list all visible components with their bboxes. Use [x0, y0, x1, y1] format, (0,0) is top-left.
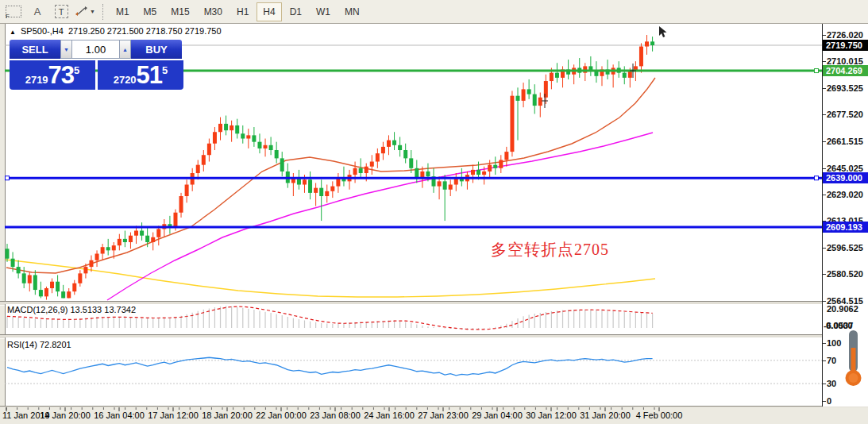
timeframe-group: M1M5M15M30H1H4D1W1MN — [109, 2, 367, 21]
cycle-arrows-button[interactable]: ▼ — [75, 2, 96, 21]
sell-price-big: 73 — [48, 62, 74, 89]
buy-price-prefix: 2720 — [114, 74, 137, 86]
price-axis-label: 2726.020 — [827, 30, 863, 40]
time-axis-label: 4 Feb 00:00 — [636, 411, 683, 420]
axis-tick — [823, 274, 826, 275]
rsi-scale-label: 0 — [827, 396, 831, 406]
time-axis-label: 22 Jan 00:00 — [256, 411, 307, 420]
sell-button[interactable]: SELL — [10, 40, 60, 59]
price-axis-label: 2661.515 — [827, 137, 863, 146]
time-axis-label: 27 Jan 23:00 — [418, 411, 469, 420]
time-axis-label: 23 Jan 08:00 — [310, 411, 361, 420]
axis-tick — [823, 248, 826, 249]
timeframe-button-H4[interactable]: H4 — [257, 2, 281, 21]
volume-decrease-button[interactable]: ▼ — [60, 40, 72, 59]
buy-price-big: 51 — [137, 62, 162, 89]
time-axis-label: 16 Jan 04:00 — [94, 411, 145, 420]
axis-tick — [823, 401, 826, 402]
time-axis-label: 14 Jan 20:00 — [40, 411, 91, 420]
macd-label: MACD(12,26,9) 13.5133 13.7342 — [7, 305, 136, 314]
axis-tick — [823, 88, 826, 89]
text-label-icon: A — [34, 6, 41, 17]
text-box-button[interactable]: T — [51, 2, 71, 21]
time-axis-label: 30 Jan 12:00 — [526, 411, 577, 420]
time-axis-label: 18 Jan 20:00 — [202, 411, 253, 420]
rsi-scale-label: 100 — [827, 338, 841, 348]
rsi-label: RSI(14) 72.8201 — [7, 340, 71, 349]
time-axis-label: 17 Jan 12:00 — [148, 411, 199, 420]
time-axis-label: 24 Jan 16:00 — [364, 411, 415, 420]
timeframe-button-M1[interactable]: M1 — [110, 2, 136, 21]
timeframe-button-M5[interactable]: M5 — [137, 2, 164, 21]
rsi-scale-label: 30 — [827, 379, 836, 388]
sell-price-sup: 5 — [74, 64, 79, 76]
timeframe-button-MN[interactable]: MN — [338, 2, 366, 21]
price-axis-label: 2629.020 — [827, 190, 863, 199]
volume-input[interactable]: 1.00 — [72, 40, 119, 59]
price-axis-label: 2580.520 — [827, 269, 863, 279]
cycle-arrows-icon — [75, 6, 87, 17]
price-tag: 2639.000 — [823, 172, 868, 183]
axis-tick — [823, 141, 826, 142]
timeframe-button-H1[interactable]: H1 — [230, 2, 255, 21]
price-axis-label: 2596.525 — [827, 243, 863, 252]
one-click-trading-panel: SELL ▼ 1.00 ▲ BUY 2719 73 5 2720 51 5 — [10, 40, 183, 90]
price-tag: 2719.750 — [823, 40, 868, 51]
timeframe-button-D1[interactable]: D1 — [284, 2, 308, 21]
text-box-icon: T — [55, 5, 68, 18]
timeframe-button-W1[interactable]: W1 — [310, 2, 337, 21]
ohlc-values: 2719.250 2721.500 2718.750 2719.750 — [68, 26, 222, 36]
price-axis-label: 2645.025 — [827, 164, 863, 173]
chevron-down-icon: ▼ — [90, 9, 95, 14]
chart-annotation-text: 多空转折点2705 — [491, 239, 609, 260]
chart-template-icon: F — [6, 6, 21, 17]
chart-template-button[interactable]: F — [3, 2, 24, 21]
axis-tick — [823, 301, 826, 302]
axis-tick — [823, 360, 826, 361]
symbol-name: SP500-,H4 — [21, 26, 64, 36]
text-label-button[interactable]: A — [27, 2, 48, 21]
toolbar-separator — [102, 4, 104, 20]
toolbar: F A T ▼ M1M5M15M30H1H4D1W1MN — [0, 0, 868, 24]
macd-scale-top: 20.9062 — [827, 304, 858, 314]
chart-title: ▲ SP500-,H4 2719.250 2721.500 2718.750 2… — [10, 26, 222, 36]
axis-tick — [823, 343, 826, 344]
price-tag: 2704.269 — [823, 65, 868, 76]
symbol-arrow-icon: ▲ — [10, 29, 16, 36]
axis-tick — [823, 114, 826, 115]
axis-separator-line — [822, 24, 823, 407]
time-axis-label: 29 Jan 04:00 — [472, 411, 523, 420]
axis-tick — [823, 168, 826, 169]
rsi-scale-label: 70 — [827, 356, 836, 365]
axis-tick — [823, 35, 826, 36]
buy-price-display[interactable]: 2720 51 5 — [98, 60, 183, 90]
price-tag: 2609.193 — [823, 222, 868, 233]
time-axis-label: 31 Jan 20:00 — [580, 411, 631, 420]
time-axis: 11 Jan 201914 Jan 20:0016 Jan 04:0017 Ja… — [0, 407, 868, 424]
rsi-chart[interactable] — [5, 337, 822, 407]
axis-tick — [823, 61, 826, 62]
price-axis-label: 2693.525 — [827, 83, 863, 93]
sell-price-prefix: 2719 — [25, 74, 48, 86]
buy-price-sup: 5 — [162, 64, 168, 76]
volume-increase-button[interactable]: ▲ — [119, 40, 131, 59]
timeframe-button-M30[interactable]: M30 — [198, 2, 229, 21]
price-axis-label: 2677.520 — [827, 110, 863, 119]
timeframe-button-M15[interactable]: M15 — [164, 2, 195, 21]
axis-tick — [823, 384, 826, 384]
thermometer-icon — [842, 329, 864, 394]
buy-button[interactable]: BUY — [131, 40, 182, 59]
sell-price-display[interactable]: 2719 73 5 — [10, 60, 95, 90]
axis-tick — [823, 195, 826, 195]
